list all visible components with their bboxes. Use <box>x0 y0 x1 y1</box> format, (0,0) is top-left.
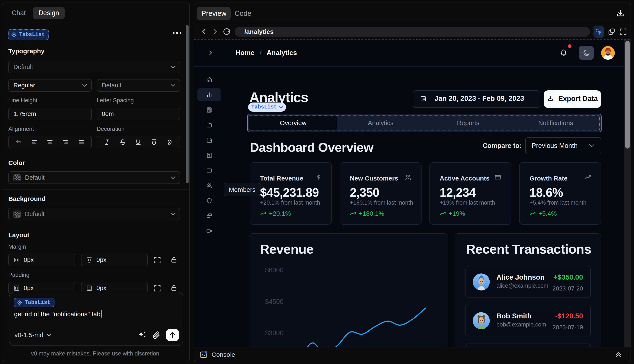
text-caret <box>101 310 102 318</box>
copy-icon[interactable] <box>607 28 616 36</box>
chevron-down-icon <box>170 212 176 216</box>
send-button[interactable] <box>166 329 179 341</box>
chevrons-up-icon[interactable] <box>615 351 622 358</box>
lock-margin-icon[interactable] <box>170 256 177 264</box>
model-select[interactable]: v0-1.5-md <box>15 332 51 339</box>
sparkles-icon[interactable] <box>137 330 147 340</box>
sidebar-item-video[interactable] <box>197 224 221 238</box>
undo-icon[interactable] <box>15 139 22 146</box>
transparent-swatch-icon <box>14 174 21 181</box>
theme-toggle-button[interactable] <box>579 46 594 60</box>
moon-icon <box>583 49 590 57</box>
sidebar-item-analytics[interactable] <box>197 88 221 101</box>
wallet-icon <box>206 137 212 144</box>
sidebar-item-wallet[interactable] <box>197 134 221 146</box>
credit-card-icon <box>206 167 212 174</box>
margin-x-input[interactable]: 0px <box>8 254 75 266</box>
font-size-select[interactable]: Default <box>97 79 180 92</box>
tab-reports[interactable]: Reports <box>425 116 512 130</box>
align-right-icon[interactable] <box>62 139 69 146</box>
transaction-row[interactable]: Bob Smith bob@example.com -$120.50 2023-… <box>465 305 591 336</box>
underline-icon[interactable] <box>135 139 142 146</box>
sidebar-item-home[interactable] <box>197 73 221 86</box>
letter-spacing-input[interactable]: 0em <box>97 108 180 120</box>
sidebar-item-messages[interactable] <box>197 209 221 222</box>
margin-label: Margin <box>8 244 26 250</box>
tab-code[interactable]: Code <box>233 10 253 18</box>
sidebar-item-files[interactable] <box>197 118 221 132</box>
composer-chip[interactable]: TabsList <box>14 298 55 307</box>
users-icon <box>405 174 412 181</box>
expand-padding-icon[interactable] <box>154 284 161 292</box>
preview-panel-header: Preview Code <box>194 3 630 24</box>
breadcrumb-home[interactable]: Home <box>235 49 254 57</box>
export-data-button[interactable]: Export Data <box>544 90 601 108</box>
breadcrumb-current: Analytics <box>267 49 297 57</box>
background-select[interactable]: Default <box>8 208 180 220</box>
letter-spacing-label: Letter Spacing <box>97 97 134 104</box>
video-icon <box>206 228 212 234</box>
sidebar-expand-icon[interactable] <box>208 50 213 56</box>
forward-icon[interactable] <box>212 28 218 35</box>
compare-select[interactable]: Previous Month <box>525 137 601 154</box>
sidebar-item-billing[interactable] <box>197 149 221 162</box>
composer-input[interactable]: get rid of the "notifications" tab <box>14 310 179 318</box>
transaction-row[interactable]: Alice Johnson alice@example.com +$350.00… <box>465 266 591 298</box>
chevron-down-icon <box>82 84 88 87</box>
preview-panel: Preview Code /analytics Home / Analytics <box>194 2 631 362</box>
expand-margin-icon[interactable] <box>154 256 161 264</box>
stat-card-active-accounts: Active Accounts 12,234 +19% from last mo… <box>429 162 511 224</box>
back-icon[interactable] <box>200 28 207 35</box>
user-avatar[interactable] <box>601 46 615 60</box>
lock-padding-icon[interactable] <box>170 284 177 292</box>
overline-icon[interactable] <box>151 139 157 146</box>
refresh-icon[interactable] <box>223 28 231 36</box>
paperclip-icon[interactable] <box>152 330 161 340</box>
tab-design[interactable]: Design <box>33 7 65 19</box>
margin-y-input[interactable]: 0px <box>81 254 148 266</box>
avatar <box>473 274 490 290</box>
strikethrough-icon[interactable] <box>119 139 126 146</box>
console-bar[interactable]: Console <box>194 347 630 362</box>
font-weight-select[interactable]: Regular <box>8 79 92 92</box>
color-select[interactable]: Default <box>8 171 180 184</box>
notifications-button[interactable] <box>560 49 567 57</box>
dollar-sign-icon <box>315 174 322 181</box>
more-options-icon[interactable] <box>172 32 182 34</box>
svg-text:$3000: $3000 <box>265 329 283 337</box>
tab-preview[interactable]: Preview <box>197 6 231 20</box>
date-range-picker[interactable]: Jan 20, 2023 - Feb 09, 2023 <box>413 90 540 108</box>
stat-card-total-revenue: Total Revenue $45,231.89 +20.1% from las… <box>250 162 332 224</box>
trending-up-icon <box>350 211 356 216</box>
line-height-input[interactable]: 1.75rem <box>8 108 92 120</box>
sidebar-item-security[interactable] <box>197 194 221 207</box>
selection-badge[interactable]: TabsList <box>248 102 286 112</box>
selected-element-chip[interactable]: TabsList <box>8 29 49 40</box>
breadcrumb-separator: / <box>260 49 261 57</box>
sidebar-item-members[interactable] <box>197 179 221 192</box>
align-left-icon[interactable] <box>31 139 38 146</box>
fullscreen-icon[interactable] <box>619 28 627 36</box>
url-bar[interactable]: /analytics <box>235 27 590 37</box>
preview-scrollbar[interactable] <box>624 40 630 348</box>
sidebar-item-cards[interactable] <box>197 164 221 177</box>
download-icon[interactable] <box>616 9 624 18</box>
panel-scrollbar[interactable] <box>186 25 189 183</box>
font-select[interactable]: Default <box>8 61 180 73</box>
tab-notifications[interactable]: Notifications <box>512 116 599 130</box>
preview-scrollbar-thumb[interactable] <box>625 41 630 148</box>
align-center-icon[interactable] <box>47 139 53 146</box>
revenue-line-chart: $6000$4500$3000 <box>249 234 448 348</box>
tab-chat[interactable]: Chat <box>12 9 26 17</box>
trending-up-icon <box>260 211 266 216</box>
no-decoration-icon[interactable] <box>166 139 173 146</box>
inspect-button[interactable] <box>593 26 604 38</box>
align-justify-icon[interactable] <box>78 139 85 146</box>
trending-up-icon <box>529 211 536 216</box>
sidebar-item-invoices[interactable] <box>197 103 221 116</box>
tab-overview[interactable]: Overview <box>249 116 337 130</box>
background-section-label: Background <box>8 195 46 202</box>
app-main: Analytics TabsList Jan 20, 2023 - Feb 09… <box>248 67 601 109</box>
italic-icon[interactable] <box>104 139 111 146</box>
tab-analytics[interactable]: Analytics <box>337 116 424 130</box>
